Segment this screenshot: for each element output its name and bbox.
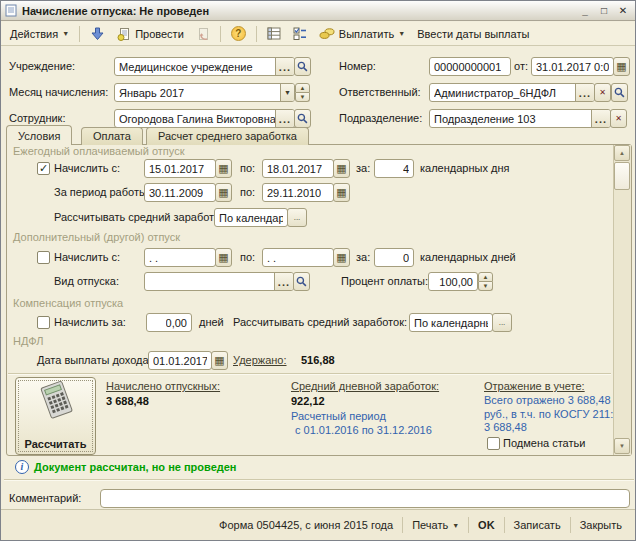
pay-percent-field[interactable]: 100,00: [428, 272, 478, 291]
calculate-button[interactable]: Рассчитать: [15, 377, 96, 455]
annual-from-field[interactable]: 15.01.2017: [144, 159, 216, 178]
additional-to-calendar-button[interactable]: ▦: [333, 248, 350, 267]
department-field[interactable]: Подразделение 103 ...: [429, 109, 611, 128]
calendar-icon: ▦: [336, 163, 346, 174]
additional-from-field[interactable]: . .: [144, 248, 216, 267]
compensation-avg-earnings-field[interactable]: По календарны: [409, 313, 493, 332]
compensation-avg-earnings-select-button[interactable]: ...: [492, 313, 512, 332]
ellipsis-button[interactable]: ...: [591, 110, 610, 127]
annual-days-field[interactable]: 4: [374, 159, 414, 178]
compensation-group-title: Компенсация отпуска: [13, 297, 123, 309]
post-button[interactable]: Провести: [113, 25, 188, 43]
undo-post-icon: [196, 27, 210, 41]
spinner-up-icon[interactable]: ▲: [295, 83, 310, 93]
maximize-button[interactable]: □: [596, 4, 612, 18]
ellipsis-button[interactable]: ...: [275, 110, 294, 127]
spinner-down-icon[interactable]: ▼: [478, 282, 493, 291]
post-and-close-button[interactable]: [86, 25, 109, 43]
tab-average-earnings[interactable]: Расчет среднего заработка: [146, 127, 309, 145]
employee-search-button[interactable]: [294, 109, 311, 128]
month-dropdown-button[interactable]: ▼: [280, 84, 294, 101]
annual-avg-earnings-field[interactable]: По календарн: [214, 208, 288, 227]
clear-icon: ✕: [599, 88, 606, 97]
enter-pay-dates-button[interactable]: Ввести даты выплаты: [413, 26, 533, 42]
settings-list-button[interactable]: [289, 25, 311, 42]
work-period-from-field[interactable]: 30.11.2009: [144, 183, 216, 202]
ellipsis-button[interactable]: ...: [274, 273, 293, 290]
additional-days-field[interactable]: 0: [374, 248, 414, 267]
clear-icon: ✕: [615, 114, 622, 123]
annual-accrue-label: Начислить с:: [54, 159, 120, 178]
tab-payment[interactable]: Оплата: [81, 127, 143, 145]
leave-type-search-button[interactable]: [293, 272, 310, 291]
number-label: Номер:: [339, 57, 376, 76]
comment-label: Комментарий:: [9, 489, 81, 508]
document-date-field[interactable]: 31.01.2017 0:00:00: [531, 57, 614, 76]
ellipsis-button[interactable]: ...: [275, 58, 294, 75]
vertical-scrollbar[interactable]: [613, 145, 631, 455]
scrollbar-thumb[interactable]: [614, 162, 630, 190]
income-payment-date-calendar-button[interactable]: ▦: [211, 351, 228, 370]
annual-to-field[interactable]: 18.01.2017: [262, 159, 334, 178]
employee-field[interactable]: Огородова Галина Викторовна (Ос ...: [114, 109, 295, 128]
spinner-down-icon[interactable]: ▼: [295, 93, 310, 102]
spinner-up-icon[interactable]: ▲: [478, 272, 493, 282]
print-button[interactable]: Печать ▼: [403, 519, 468, 531]
additional-to-field[interactable]: . .: [262, 248, 334, 267]
accrual-month-field[interactable]: Январь 2017 ▼: [114, 83, 295, 102]
pay-percent-spinner[interactable]: ▲ ▼: [478, 272, 493, 291]
month-spinner[interactable]: ▲ ▼: [295, 83, 310, 102]
annual-days-suffix: календарных дня: [420, 159, 509, 178]
annual-to-calendar-button[interactable]: ▦: [333, 159, 350, 178]
calculate-button-label: Рассчитать: [24, 438, 86, 450]
compensation-days-suffix: дней: [199, 313, 224, 332]
additional-for-label: за:: [356, 248, 370, 267]
additional-accrue-label: Начислить с:: [54, 248, 120, 267]
leave-type-field[interactable]: ...: [144, 272, 294, 291]
annual-avg-earnings-select-button[interactable]: ...: [287, 208, 307, 227]
document-icon: [5, 4, 17, 17]
search-icon: [297, 61, 308, 72]
number-field[interactable]: 00000000001: [429, 57, 511, 76]
leave-type-label: Вид отпуска:: [54, 272, 119, 291]
scroll-up-button[interactable]: ▲: [614, 145, 630, 161]
work-period-to-calendar-button[interactable]: ▦: [333, 183, 350, 202]
close-button[interactable]: ✕: [615, 4, 631, 18]
undo-post-button[interactable]: [192, 25, 214, 43]
help-button[interactable]: ?: [227, 24, 250, 43]
save-button[interactable]: Записать: [505, 519, 570, 531]
additional-accrue-checkbox[interactable]: [37, 251, 50, 264]
responsible-clear-button[interactable]: ✕: [594, 83, 611, 102]
ellipsis-button[interactable]: ...: [575, 84, 594, 101]
responsible-field[interactable]: Администратор_6НДФЛ ...: [429, 83, 595, 102]
additional-from-calendar-button[interactable]: ▦: [215, 248, 232, 267]
annual-from-calendar-button[interactable]: ▦: [215, 159, 232, 178]
institution-search-button[interactable]: [294, 57, 311, 76]
comment-input[interactable]: [100, 489, 630, 508]
work-period-from-calendar-button[interactable]: ▦: [215, 183, 232, 202]
minimize-button[interactable]: _: [577, 4, 593, 18]
footer-bar: Форма 0504425, с июня 2015 года Печать ▼…: [1, 509, 635, 540]
compensation-accrue-checkbox[interactable]: [37, 316, 50, 329]
pay-menu-button[interactable]: Выплатить ▼: [315, 25, 409, 42]
department-clear-button[interactable]: ✕: [610, 109, 627, 128]
department-label: Подразделение:: [339, 109, 422, 128]
ok-button[interactable]: OK: [469, 519, 504, 531]
scroll-down-button[interactable]: ▼: [614, 438, 630, 454]
compensation-avg-earnings-label: Рассчитывать средний заработок:: [233, 313, 407, 332]
additional-days-suffix: календарных дней: [420, 248, 516, 267]
close-form-button[interactable]: Закрыть: [571, 519, 631, 531]
tab-conditions[interactable]: Условия: [6, 125, 72, 145]
institution-field[interactable]: Медицинское учреждение ...: [114, 57, 295, 76]
responsible-search-button[interactable]: [611, 83, 628, 102]
journal-button[interactable]: [263, 25, 285, 42]
work-period-to-field[interactable]: 29.11.2010: [262, 183, 334, 202]
actions-menu-button[interactable]: Действия ▼: [6, 26, 73, 42]
work-period-to-label: по:: [240, 183, 255, 202]
document-date-calendar-button[interactable]: ▦: [613, 57, 630, 76]
checklist-icon: [293, 27, 307, 40]
substitute-article-checkbox[interactable]: [487, 437, 500, 450]
annual-accrue-checkbox[interactable]: [37, 162, 50, 175]
compensation-days-field[interactable]: 0,00: [146, 313, 192, 332]
income-payment-date-field[interactable]: 01.01.2017: [148, 351, 212, 370]
